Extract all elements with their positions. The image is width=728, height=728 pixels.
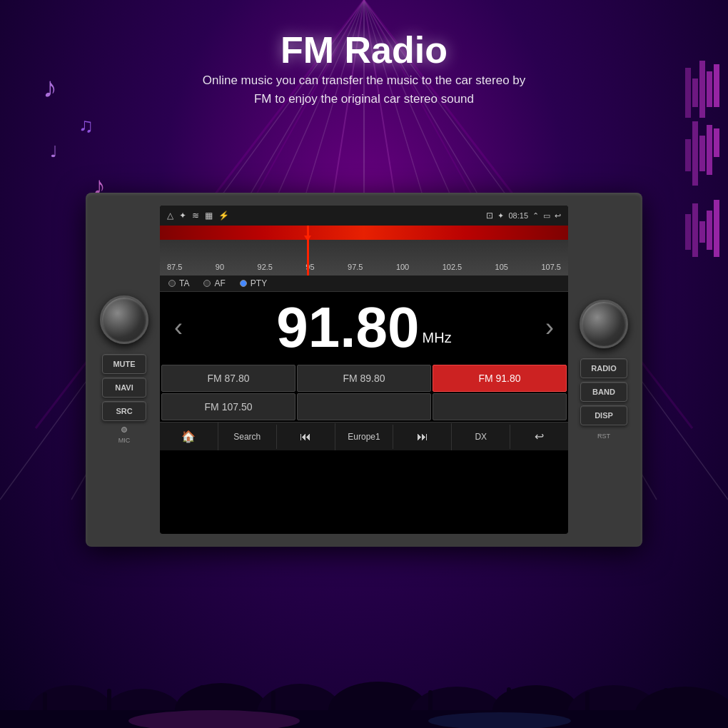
next-icon: ⏭ <box>396 430 448 443</box>
radio-button[interactable]: RADIO <box>580 358 627 378</box>
back-icon: ↩ <box>555 211 561 221</box>
right-panel: RADIO BAND DISP RST <box>575 300 632 440</box>
preset-3[interactable]: FM 91.80 <box>433 365 567 392</box>
left-buttons: MUTE NAVI SRC <box>102 354 146 421</box>
svg-rect-17 <box>699 61 705 118</box>
frequency-display: ‹ 91.80MHz › <box>160 292 568 363</box>
tuner-bar: 87.5 90 92.5 95 97.5 100 102.5 105 107.5 <box>160 226 568 275</box>
home-icon: △ <box>167 211 173 221</box>
svg-rect-27 <box>699 221 705 243</box>
dx-toolbar-btn[interactable]: DX <box>452 425 510 449</box>
page-header: FM Radio Online music you can transfer t… <box>203 29 526 108</box>
svg-rect-25 <box>714 200 719 257</box>
frequency-unit: MHz <box>423 330 452 345</box>
rds-pty-label: PTY <box>251 278 267 288</box>
freq-label-1025: 102.5 <box>443 263 462 271</box>
right-buttons: RADIO BAND DISP <box>580 358 627 425</box>
rds-ta: TA <box>168 278 189 288</box>
svg-rect-48 <box>0 710 728 728</box>
svg-rect-26 <box>707 211 712 250</box>
svg-rect-23 <box>692 121 698 186</box>
svg-rect-45 <box>507 687 511 714</box>
svg-rect-22 <box>699 136 705 171</box>
rds-ta-dot <box>168 280 176 287</box>
svg-rect-19 <box>685 68 691 118</box>
mic-area: MIC <box>118 425 131 444</box>
rds-pty-dot <box>240 280 247 287</box>
time-display: 08:15 <box>508 211 528 220</box>
left-panel: MUTE NAVI SRC MIC <box>96 295 153 444</box>
preset-5[interactable] <box>297 393 431 420</box>
prev-toolbar-btn[interactable]: ⏮ <box>277 423 335 450</box>
frequency-labels: 87.5 90 92.5 95 97.5 100 102.5 105 107.5 <box>167 263 561 271</box>
svg-rect-29 <box>685 214 691 250</box>
page-title-text: FM Radio <box>203 29 526 71</box>
status-left: △ ✦ ≋ ▦ ⚡ <box>167 211 229 221</box>
rds-pty: PTY <box>240 278 267 288</box>
status-bar: △ ✦ ≋ ▦ ⚡ ⊡ ✦ 08:15 ⌃ ▭ ↩ <box>160 206 568 226</box>
svg-rect-40 <box>107 689 111 714</box>
preset-4[interactable]: FM 107.50 <box>161 393 295 420</box>
svg-rect-16 <box>707 71 712 107</box>
freq-prev-button[interactable]: ‹ <box>174 313 183 343</box>
preset-6[interactable] <box>433 393 567 420</box>
station-name-btn[interactable]: Europe1 <box>335 425 394 449</box>
right-knob[interactable] <box>580 300 628 348</box>
rds-af: AF <box>203 278 225 288</box>
back-toolbar-btn[interactable]: ↩ <box>510 423 568 450</box>
music-note-3: ♩ <box>50 143 57 161</box>
svg-rect-15 <box>714 64 719 107</box>
wifi-icon: ≋ <box>192 211 199 221</box>
main-screen: △ ✦ ≋ ▦ ⚡ ⊡ ✦ 08:15 ⌃ ▭ ↩ 87.5 90 <box>160 206 568 534</box>
rds-bar: TA AF PTY <box>160 275 568 292</box>
freq-label-925: 92.5 <box>258 263 273 271</box>
rds-ta-label: TA <box>179 278 189 288</box>
svg-rect-47 <box>664 688 668 714</box>
rds-af-dot <box>203 280 211 287</box>
freq-next-button[interactable]: › <box>545 313 554 343</box>
svg-rect-18 <box>692 79 698 107</box>
freq-label-90: 90 <box>216 263 224 271</box>
freq-label-1075: 107.5 <box>541 263 561 271</box>
band-button[interactable]: BAND <box>580 382 627 402</box>
svg-rect-24 <box>685 139 691 171</box>
svg-rect-28 <box>692 203 698 257</box>
search-label: Search <box>233 432 261 442</box>
src-button[interactable]: SRC <box>102 401 146 421</box>
battery-icon: ▭ <box>543 211 550 221</box>
presets-grid: FM 87.80 FM 89.80 FM 91.80 FM 107.50 <box>160 363 568 422</box>
freq-label-100: 100 <box>396 263 409 271</box>
mic-indicator <box>121 427 127 433</box>
rst-label: RST <box>597 433 610 440</box>
back-toolbar-icon: ↩ <box>513 430 565 443</box>
station-label: Europe1 <box>348 432 380 442</box>
mute-button[interactable]: MUTE <box>102 354 146 374</box>
preset-1[interactable]: FM 87.80 <box>161 365 295 392</box>
rds-af-label: AF <box>214 278 225 288</box>
svg-rect-21 <box>707 125 712 175</box>
bottom-toolbar: 🏠 Search ⏮ Europe1 ⏭ DX ↩ <box>160 422 568 450</box>
left-knob[interactable] <box>100 295 148 344</box>
navi-button[interactable]: NAVI <box>102 378 146 398</box>
frequency-value: 91.80 <box>276 295 419 359</box>
freq-main: 91.80MHz <box>197 299 531 356</box>
freq-label-975: 97.5 <box>348 263 363 271</box>
preset-2[interactable]: FM 89.80 <box>297 365 431 392</box>
freq-label-875: 87.5 <box>167 263 182 271</box>
eq-bars-right <box>664 57 728 307</box>
cast-icon: ⊡ <box>486 211 493 221</box>
home-toolbar-btn[interactable]: 🏠 <box>160 423 218 450</box>
stereo-unit: MUTE NAVI SRC MIC △ ✦ ≋ ▦ ⚡ ⊡ ✦ 08:15 ⌃ <box>86 193 642 547</box>
search-toolbar-btn[interactable]: Search <box>218 425 277 449</box>
tuner-gradient <box>160 226 568 240</box>
bluetooth-icon: ✦ <box>179 211 186 221</box>
freq-label-105: 105 <box>495 263 508 271</box>
crowd-silhouette <box>0 571 728 728</box>
status-right: ⊡ ✦ 08:15 ⌃ ▭ ↩ <box>486 211 561 221</box>
rst-area: RST <box>597 430 610 440</box>
dx-label: DX <box>475 432 487 442</box>
mic-label: MIC <box>118 437 131 444</box>
next-toolbar-btn[interactable]: ⏭ <box>393 423 452 450</box>
disp-button[interactable]: DISP <box>580 405 627 425</box>
tuner-scale: 87.5 90 92.5 95 97.5 100 102.5 105 107.5 <box>160 240 568 275</box>
